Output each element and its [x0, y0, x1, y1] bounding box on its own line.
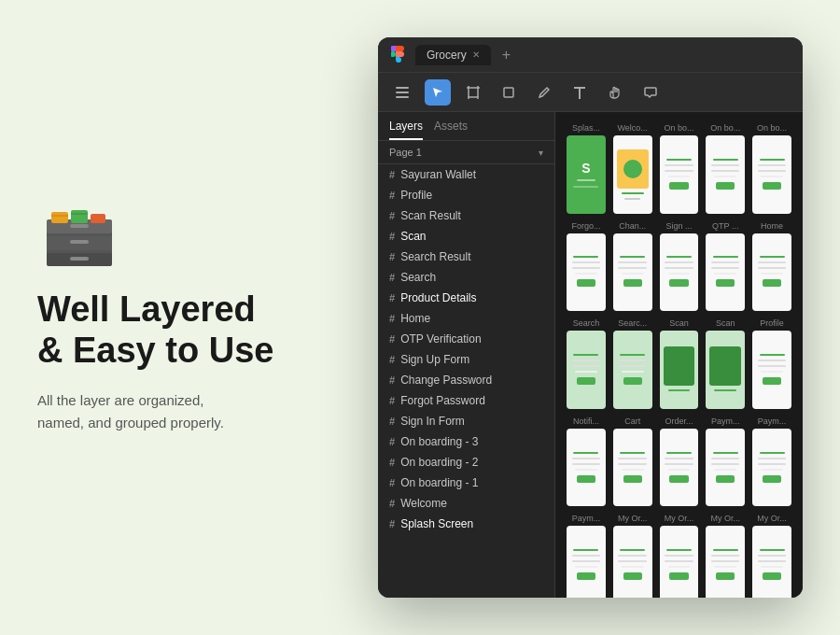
layer-item[interactable]: # Scan Result	[378, 205, 554, 226]
frame-label: Paym...	[752, 416, 791, 426]
canvas-frame[interactable]: Notifi...	[567, 416, 606, 507]
layer-name-label: Search Result	[400, 250, 470, 263]
subtext: All the layer are organized, named, and …	[37, 389, 355, 434]
hand-tool-icon[interactable]	[602, 79, 628, 106]
canvas-area: Splas...SWelco...On bo... On bo... On bo…	[555, 112, 803, 598]
frame-label: Cart	[613, 416, 652, 426]
canvas-frame[interactable]: Order...	[660, 416, 699, 507]
layer-item[interactable]: # Search Result	[378, 247, 554, 267]
panel-tabs: Layers Assets	[378, 112, 554, 141]
canvas-frame[interactable]: Forgo...	[567, 221, 606, 312]
layer-name-label: On boarding - 1	[400, 476, 478, 489]
layer-hash-icon: #	[389, 333, 395, 345]
layer-item[interactable]: # Welcome	[378, 493, 554, 514]
layer-name-label: OTP Verification	[400, 332, 481, 346]
frame-label: Forgo...	[567, 221, 606, 231]
tab-assets[interactable]: Assets	[434, 120, 468, 140]
canvas-frame[interactable]: Search	[567, 318, 606, 409]
layer-item[interactable]: # Search	[378, 267, 554, 288]
layer-hash-icon: #	[389, 518, 395, 529]
frame-label: On bo...	[706, 123, 745, 133]
layer-item[interactable]: # Sign Up Form	[378, 349, 554, 370]
canvas-frame[interactable]: On bo...	[706, 123, 745, 214]
headline-line2: & Easy to Use	[37, 331, 355, 372]
frame-thumbnail	[567, 233, 606, 312]
canvas-grid: Splas...SWelco...On bo... On bo... On bo…	[567, 123, 791, 598]
canvas-frame[interactable]: Scan	[706, 318, 745, 409]
canvas-frame[interactable]: My Or...	[752, 514, 791, 598]
frame-label: Home	[752, 221, 791, 231]
canvas-frame[interactable]: Chan...	[613, 221, 652, 312]
layer-name-label: Search	[400, 271, 436, 284]
title-bar: Grocery ✕ +	[378, 37, 803, 73]
canvas-frame[interactable]: Cart	[613, 416, 652, 507]
layer-name-label: Forgot Password	[400, 394, 485, 407]
canvas-frame[interactable]: Scan	[660, 318, 699, 409]
frame-label: My Or...	[613, 514, 652, 523]
canvas-frame[interactable]: Searc...	[613, 318, 652, 409]
layer-item[interactable]: # Scan	[378, 226, 554, 247]
frame-thumbnail	[613, 331, 652, 409]
layer-item[interactable]: # Sign In Form	[378, 411, 554, 431]
file-tab[interactable]: Grocery ✕	[415, 45, 491, 65]
layer-item[interactable]: # OTP Verification	[378, 329, 554, 349]
layer-hash-icon: #	[389, 374, 395, 386]
layer-name-label: Welcome	[400, 497, 447, 510]
shape-tool-icon[interactable]	[496, 79, 522, 106]
menu-icon[interactable]	[389, 79, 415, 106]
tab-layers[interactable]: Layers	[389, 120, 423, 140]
svg-rect-9	[91, 214, 105, 223]
layer-hash-icon: #	[389, 477, 395, 488]
frame-tool-icon[interactable]	[460, 79, 486, 106]
layer-item[interactable]: # On boarding - 1	[378, 473, 554, 493]
layer-item[interactable]: # Home	[378, 308, 554, 329]
canvas-frame[interactable]: My Or...	[660, 514, 699, 598]
canvas-frame[interactable]: Welco...	[613, 123, 652, 214]
new-tab-icon[interactable]: +	[502, 47, 511, 64]
frame-label: Chan...	[613, 221, 652, 231]
canvas-frame[interactable]: My Or...	[706, 514, 745, 598]
frame-label: Scan	[660, 318, 699, 328]
canvas-frame[interactable]: Profile	[752, 318, 791, 409]
canvas-frame[interactable]: Paym...	[567, 514, 606, 598]
comment-tool-icon[interactable]	[637, 79, 664, 106]
canvas-frame[interactable]: On bo...	[660, 123, 699, 214]
layer-item[interactable]: # Forgot Password	[378, 390, 554, 411]
layer-hash-icon: #	[389, 190, 395, 201]
canvas-frame[interactable]: Splas...S	[567, 123, 606, 214]
layer-item[interactable]: # Profile	[378, 185, 554, 205]
move-tool-icon[interactable]	[425, 79, 451, 106]
frame-thumbnail	[752, 233, 791, 312]
frame-thumbnail	[706, 233, 745, 312]
canvas-frame[interactable]: QTP ...	[706, 221, 745, 312]
layer-item[interactable]: # Sayuran Wallet	[378, 164, 554, 185]
frame-label: Search	[567, 318, 606, 328]
canvas-frame[interactable]: Home	[752, 221, 791, 312]
canvas-frame[interactable]: Paym...	[706, 416, 745, 507]
layer-item[interactable]: # Change Password	[378, 370, 554, 390]
frame-thumbnail	[660, 331, 699, 409]
page-selector[interactable]: Page 1 ▾	[378, 141, 554, 164]
figma-content: Layers Assets Page 1 ▾ # Sayuran Wallet …	[378, 112, 803, 598]
frame-label: Paym...	[567, 514, 606, 523]
pen-tool-icon[interactable]	[531, 79, 557, 106]
layer-item[interactable]: # On boarding - 2	[378, 452, 554, 473]
canvas-frame[interactable]: On bo...	[752, 123, 791, 214]
canvas-frame[interactable]: Paym...	[752, 416, 791, 507]
canvas-frame[interactable]: My Or...	[613, 514, 652, 598]
layer-item[interactable]: # Splash Screen	[378, 514, 554, 534]
frame-label: My Or...	[752, 514, 791, 523]
frame-thumbnail	[660, 135, 699, 214]
layer-hash-icon: #	[389, 457, 395, 468]
frame-label: Searc...	[613, 318, 652, 328]
svg-rect-22	[504, 88, 513, 97]
layer-item[interactable]: # Product Details	[378, 288, 554, 308]
tab-close-icon[interactable]: ✕	[472, 49, 480, 60]
frame-thumbnail	[567, 526, 606, 598]
layers-panel: Layers Assets Page 1 ▾ # Sayuran Wallet …	[378, 112, 555, 598]
layer-hash-icon: #	[389, 272, 395, 283]
canvas-frame[interactable]: Sign ...	[660, 221, 699, 312]
layer-item[interactable]: # On boarding - 3	[378, 431, 554, 452]
frame-thumbnail	[752, 429, 791, 507]
text-tool-icon[interactable]	[567, 79, 593, 106]
